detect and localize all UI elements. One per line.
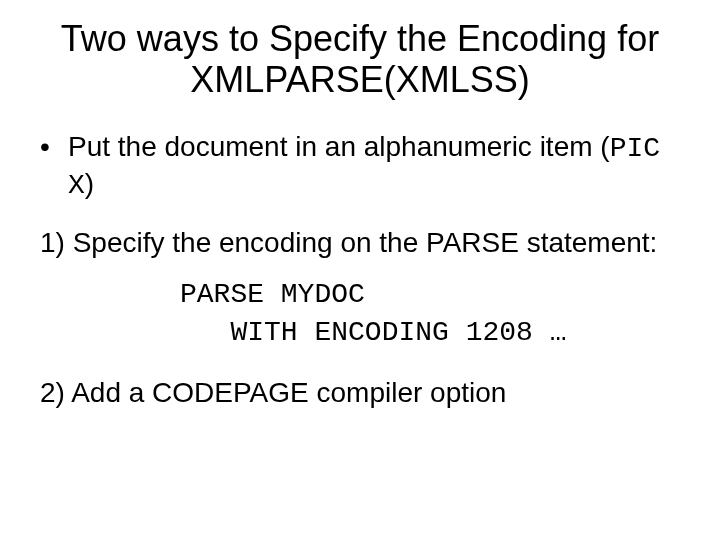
numbered-item-1: 1) Specify the encoding on the PARSE sta… (40, 225, 680, 260)
slide-title: Two ways to Specify the Encoding for XML… (40, 18, 680, 101)
bullet-item: Put the document in an alphanumeric item… (40, 129, 680, 203)
slide: Two ways to Specify the Encoding for XML… (0, 0, 720, 540)
bullet-text-prefix: Put the document in an alphanumeric item… (68, 131, 610, 162)
code-block: PARSE MYDOC WITH ENCODING 1208 … (40, 276, 680, 352)
bullet-text-suffix: ) (85, 168, 94, 199)
numbered-item-2: 2) Add a CODEPAGE compiler option (40, 375, 680, 410)
